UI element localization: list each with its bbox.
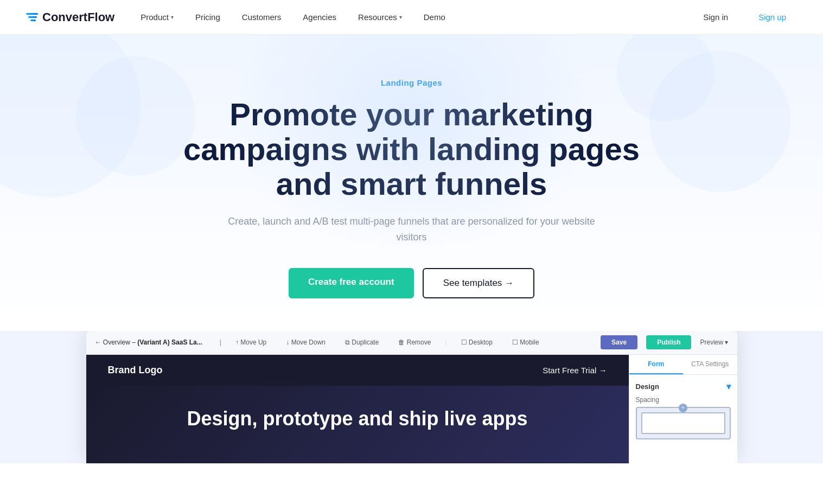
nav-link-product[interactable]: Product ▾ — [132, 8, 182, 26]
toolbar-desktop[interactable]: ☐ Desktop — [456, 336, 498, 348]
panel-design-header: Design ▾ — [636, 381, 731, 392]
app-canvas: Brand Logo Start Free Trial → Design, pr… — [86, 355, 629, 463]
nav-links: Product ▾ Pricing Customers Agencies Res… — [132, 8, 454, 26]
app-toolbar: ← Overview – (Variant A) SaaS La... | ↑ … — [86, 331, 737, 355]
app-preview: ← Overview – (Variant A) SaaS La... | ↑ … — [86, 331, 737, 463]
canvas-brand-logo: Brand Logo — [108, 365, 163, 376]
hero-section: Landing Pages Promote your marketing cam… — [0, 35, 823, 331]
app-main-area: Brand Logo Start Free Trial → Design, pr… — [86, 355, 737, 463]
canvas-body: Design, prototype and ship live apps — [86, 386, 629, 463]
toolbar-publish-button[interactable]: Publish — [646, 335, 691, 349]
nav-link-customers[interactable]: Customers — [233, 8, 290, 26]
panel-spacing-inner — [641, 412, 725, 434]
deco-circle-3 — [649, 51, 790, 192]
app-panel: Form CTA Settings Design ▾ Spacing + — [629, 355, 737, 463]
navbar-right: Sign in Sign up — [692, 8, 797, 26]
toolbar-save-button[interactable]: Save — [601, 335, 637, 349]
toolbar-move-down[interactable]: ↓ Move Down — [280, 336, 331, 348]
logo-icon — [26, 13, 38, 21]
hero-tag: Landing Pages — [26, 78, 797, 87]
chevron-down-icon: ▾ — [171, 14, 174, 20]
canvas-cta-link[interactable]: Start Free Trial → — [543, 366, 607, 375]
signin-button[interactable]: Sign in — [692, 8, 739, 26]
panel-spacing-box: + — [636, 407, 731, 439]
toolbar-sep2: | — [445, 339, 446, 346]
toolbar-separator: | — [220, 339, 221, 346]
create-account-button[interactable]: Create free account — [289, 268, 414, 298]
nav-link-agencies[interactable]: Agencies — [294, 8, 345, 26]
panel-plus-icon: + — [679, 404, 687, 412]
toolbar-mobile[interactable]: ☐ Mobile — [507, 336, 545, 348]
nav-link-pricing[interactable]: Pricing — [187, 8, 229, 26]
logo[interactable]: ConvertFlow — [26, 10, 114, 24]
nav-link-demo[interactable]: Demo — [415, 8, 454, 26]
nav-link-resources[interactable]: Resources ▾ — [349, 8, 411, 26]
toolbar-breadcrumb: ← Overview – (Variant A) SaaS La... — [95, 339, 202, 346]
toolbar-preview[interactable]: Preview ▾ — [700, 339, 728, 346]
screenshot-section: ← Overview – (Variant A) SaaS La... | ↑ … — [0, 331, 823, 463]
panel-tab-cta[interactable]: CTA Settings — [683, 355, 737, 374]
panel-spacing-label: Spacing — [636, 396, 731, 404]
navbar: ConvertFlow Product ▾ Pricing Customers … — [0, 0, 823, 35]
toolbar-remove[interactable]: 🗑 Remove — [393, 336, 436, 348]
navbar-left: ConvertFlow Product ▾ Pricing Customers … — [26, 8, 454, 26]
toolbar-duplicate[interactable]: ⧉ Duplicate — [340, 336, 384, 348]
canvas-headline: Design, prototype and ship live apps — [108, 407, 607, 430]
panel-tab-form[interactable]: Form — [629, 355, 684, 374]
chevron-down-icon-panel: ▾ — [726, 381, 731, 392]
toolbar-move-up[interactable]: ↑ Move Up — [230, 336, 272, 348]
panel-design-section: Design ▾ Spacing + — [629, 375, 737, 446]
chevron-down-icon-resources: ▾ — [399, 14, 402, 20]
hero-subtitle: Create, launch and A/B test multi-page f… — [227, 214, 596, 245]
canvas-header: Brand Logo Start Free Trial → — [86, 355, 629, 386]
deco-circle-1 — [0, 35, 141, 197]
signup-button[interactable]: Sign up — [748, 8, 797, 26]
hero-title: Promote your marketing campaigns with la… — [168, 97, 656, 201]
hero-buttons: Create free account See templates → — [26, 268, 797, 298]
panel-tabs: Form CTA Settings — [629, 355, 737, 375]
logo-text: ConvertFlow — [42, 10, 114, 24]
see-templates-button[interactable]: See templates → — [423, 268, 534, 298]
